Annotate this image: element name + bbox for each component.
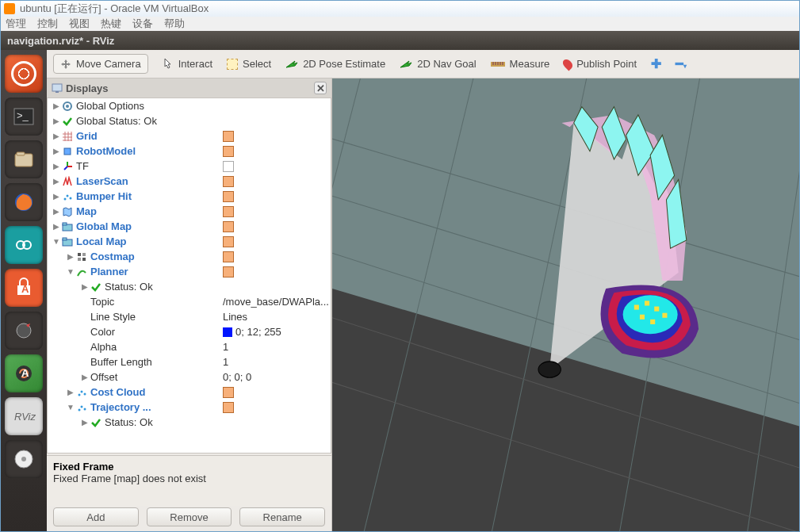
expand-icon[interactable] xyxy=(51,192,62,201)
checkbox[interactable] xyxy=(223,387,234,398)
move-camera-button[interactable]: Move Camera xyxy=(53,54,148,74)
vb-menu-manage[interactable]: 管理 xyxy=(6,17,26,31)
prop-line-style[interactable]: Line Style xyxy=(90,311,136,323)
measure-button[interactable]: Measure xyxy=(491,58,550,70)
move-camera-label: Move Camera xyxy=(76,58,141,70)
item-costmap[interactable]: Costmap xyxy=(90,251,135,262)
3d-viewport[interactable] xyxy=(332,78,799,531)
launcher-arduino-icon[interactable] xyxy=(5,226,43,264)
interact-button[interactable]: Interact xyxy=(163,58,212,71)
checkbox[interactable] xyxy=(223,176,234,187)
checkbox[interactable] xyxy=(223,236,234,247)
add-tool-button[interactable]: ✚ xyxy=(651,56,661,71)
publish-point-button[interactable]: Publish Point xyxy=(564,58,637,70)
expand-icon[interactable] xyxy=(79,418,90,427)
remove-button[interactable]: Remove xyxy=(147,507,232,526)
vb-menu-hotkey[interactable]: 热键 xyxy=(101,17,121,31)
window-titlebar[interactable]: navigation.rviz* - RViz xyxy=(1,31,799,50)
checkbox[interactable] xyxy=(223,402,234,413)
ok-check-icon xyxy=(90,281,101,293)
expand-icon[interactable] xyxy=(79,282,90,291)
item-trajectory[interactable]: Trajectory ... xyxy=(90,401,151,413)
checkbox[interactable] xyxy=(223,221,234,232)
launcher-files-icon[interactable] xyxy=(5,140,43,178)
add-button[interactable]: Add xyxy=(53,507,139,526)
item-tf[interactable]: TF xyxy=(76,160,89,172)
launcher-terminal-icon[interactable]: >_ xyxy=(5,98,43,136)
item-map[interactable]: Map xyxy=(76,205,97,217)
checkbox[interactable] xyxy=(223,251,234,262)
item-laserscan[interactable]: LaserScan xyxy=(76,175,128,187)
prop-alpha[interactable]: Alpha xyxy=(90,341,117,353)
planner-icon xyxy=(76,266,87,277)
expand-icon[interactable] xyxy=(65,252,76,261)
expand-icon[interactable] xyxy=(79,373,90,381)
item-bumper[interactable]: Bumper Hit xyxy=(76,190,132,202)
prop-line-style-value[interactable]: Lines xyxy=(223,311,327,323)
item-robotmodel[interactable]: RobotModel xyxy=(76,145,136,157)
prop-color[interactable]: Color xyxy=(90,326,115,338)
launcher-disc-icon[interactable] xyxy=(5,440,43,478)
expand-icon[interactable] xyxy=(51,162,62,170)
expand-icon[interactable] xyxy=(51,177,62,186)
prop-alpha-value[interactable]: 1 xyxy=(223,341,327,353)
item-local-map[interactable]: Local Map xyxy=(76,235,127,247)
nav-goal-button[interactable]: 2D Nav Goal xyxy=(400,58,476,70)
launcher-settings-icon[interactable] xyxy=(5,312,43,350)
checkbox[interactable] xyxy=(223,161,234,172)
prop-buffer-value[interactable]: 1 xyxy=(223,356,327,368)
expand-icon[interactable] xyxy=(51,117,62,125)
prop-color-value[interactable]: 0; 12; 255 xyxy=(223,326,327,338)
svg-point-42 xyxy=(81,405,83,408)
item-grid[interactable]: Grid xyxy=(76,130,98,142)
svg-point-22 xyxy=(66,105,69,108)
expand-icon[interactable] xyxy=(51,207,62,216)
expand-icon[interactable] xyxy=(65,388,76,396)
vb-menu-control[interactable]: 控制 xyxy=(37,17,58,31)
checkbox[interactable] xyxy=(223,206,234,217)
expand-icon[interactable] xyxy=(51,147,62,155)
collapse-icon[interactable] xyxy=(51,237,62,246)
select-button[interactable]: Select xyxy=(227,58,271,70)
item-global-options[interactable]: Global Options xyxy=(76,100,144,112)
item-global-status[interactable]: Global Status: Ok xyxy=(76,115,157,127)
collapse-icon[interactable] xyxy=(65,403,76,411)
checkbox[interactable] xyxy=(223,191,234,202)
rename-button[interactable]: Rename xyxy=(239,507,325,526)
launcher-store-icon[interactable]: A xyxy=(5,269,43,307)
expand-icon[interactable] xyxy=(51,101,62,110)
item-cost-cloud[interactable]: Cost Cloud xyxy=(90,386,145,398)
measure-label: Measure xyxy=(510,58,550,70)
vb-menu-help[interactable]: 帮助 xyxy=(164,17,185,31)
checkbox[interactable] xyxy=(223,131,234,142)
pose-estimate-button[interactable]: 2D Pose Estimate xyxy=(285,58,385,70)
prop-topic-value[interactable]: /move_base/DWAPla... xyxy=(223,296,327,308)
svg-rect-69 xyxy=(640,315,645,320)
item-global-map[interactable]: Global Map xyxy=(76,220,132,232)
close-panel-button[interactable]: ✕ xyxy=(314,82,327,94)
launcher-firefox-icon[interactable] xyxy=(5,183,43,221)
checkbox[interactable] xyxy=(223,146,234,157)
checkbox[interactable] xyxy=(223,266,234,277)
virtualbox-menubar[interactable]: 管理 控制 视图 热键 设备 帮助 xyxy=(1,17,799,31)
item-status-ok[interactable]: Status: Ok xyxy=(105,281,153,293)
vb-menu-device[interactable]: 设备 xyxy=(132,17,153,31)
prop-offset-value[interactable]: 0; 0; 0 xyxy=(223,371,327,383)
vb-menu-view[interactable]: 视图 xyxy=(69,17,90,31)
remove-tool-button[interactable]: ━▾ xyxy=(676,56,687,71)
item-status-ok2[interactable]: Status: Ok xyxy=(105,416,153,428)
displays-tree[interactable]: Global Options Global Status: Ok Grid Ro… xyxy=(47,98,331,454)
launcher-updater-icon[interactable]: A xyxy=(5,354,43,392)
svg-rect-23 xyxy=(64,148,71,155)
prop-offset[interactable]: Offset xyxy=(90,371,117,383)
item-planner[interactable]: Planner xyxy=(90,266,128,277)
launcher-dash-icon[interactable] xyxy=(5,55,43,93)
launcher-rviz-icon[interactable]: RViz xyxy=(5,397,43,435)
prop-buffer[interactable]: Buffer Length xyxy=(90,356,152,368)
svg-rect-64 xyxy=(634,305,639,310)
expand-icon[interactable] xyxy=(51,222,62,231)
displays-panel-header[interactable]: Displays ✕ xyxy=(47,78,331,98)
expand-icon[interactable] xyxy=(51,132,62,140)
prop-topic[interactable]: Topic xyxy=(90,296,114,308)
collapse-icon[interactable] xyxy=(65,267,76,276)
